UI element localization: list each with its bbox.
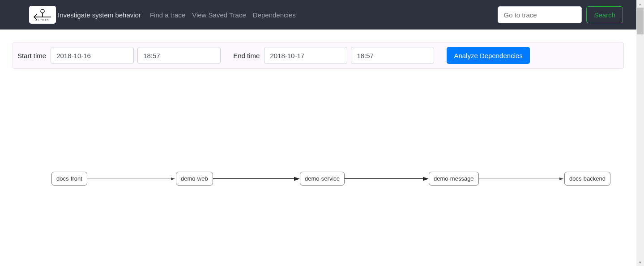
vertical-scrollbar[interactable]: ▴ ▾: [636, 0, 644, 266]
scroll-down-icon[interactable]: ▾: [636, 258, 644, 266]
start-time-input[interactable]: [137, 47, 221, 64]
graph-node-demo-service[interactable]: demo-service: [300, 172, 345, 186]
graph-node-docs-backend[interactable]: docs-backend: [564, 172, 610, 186]
goto-trace-input[interactable]: [498, 6, 582, 23]
graph-node-demo-message[interactable]: demo-message: [429, 172, 479, 186]
analyze-dependencies-button[interactable]: Analyze Dependencies: [447, 47, 529, 64]
svg-point-0: [41, 9, 44, 13]
search-button[interactable]: Search: [586, 6, 623, 23]
nav-right: Search: [498, 6, 623, 23]
logo-text: ZIPKIN: [35, 18, 49, 21]
zipkin-logo[interactable]: ZIPKIN: [29, 6, 56, 24]
graph-node-demo-web[interactable]: demo-web: [176, 172, 213, 186]
nav-view-saved-trace[interactable]: View Saved Trace: [192, 11, 246, 19]
filter-bar: Start time End time Analyze Dependencies: [13, 42, 624, 69]
end-time-input[interactable]: [351, 47, 434, 64]
end-date-input[interactable]: [264, 47, 347, 64]
dependency-graph: docs-frontdemo-webdemo-servicedemo-messa…: [0, 96, 636, 266]
start-date-input[interactable]: [51, 47, 134, 64]
nav-find-trace[interactable]: Find a trace: [150, 11, 185, 19]
nav-dependencies[interactable]: Dependencies: [253, 11, 296, 19]
graph-node-docs-front[interactable]: docs-front: [51, 172, 87, 186]
tagline: Investigate system behavior: [58, 11, 141, 19]
scroll-up-icon[interactable]: ▴: [636, 0, 644, 8]
scrollbar-thumb[interactable]: [637, 8, 644, 34]
start-time-label: Start time: [17, 52, 46, 59]
navbar: ZIPKIN Investigate system behavior Find …: [0, 0, 636, 30]
end-time-label: End time: [233, 52, 260, 59]
nav-links: Find a trace View Saved Trace Dependenci…: [150, 11, 296, 19]
